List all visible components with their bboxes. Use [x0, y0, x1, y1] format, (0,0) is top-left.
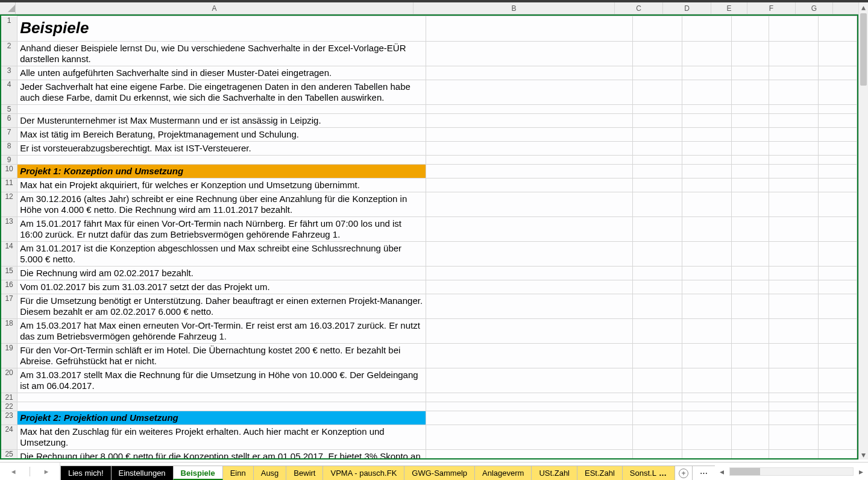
cell-C10[interactable]	[633, 165, 682, 178]
cell-E14[interactable]	[732, 242, 769, 267]
cell-A11[interactable]: Max hat ein Projekt akquiriert, für welc…	[17, 178, 426, 192]
cell-C12[interactable]	[633, 192, 682, 217]
cell-B18[interactable]	[426, 319, 633, 344]
cell-D9[interactable]	[682, 156, 732, 165]
cell-E20[interactable]	[732, 368, 769, 393]
cell-F16[interactable]	[769, 280, 819, 294]
row-header[interactable]: 8	[1, 142, 17, 156]
cell-F23[interactable]	[769, 411, 819, 425]
cell-C22[interactable]	[633, 402, 682, 411]
cell-A4[interactable]: Jeder Sachverhalt hat eine eigene Farbe.…	[17, 80, 426, 105]
cell-G3[interactable]	[819, 66, 857, 80]
cell-C13[interactable]	[633, 217, 682, 242]
cell-A9[interactable]	[17, 156, 426, 165]
cell-B2[interactable]	[426, 42, 633, 66]
cell-G17[interactable]	[819, 294, 857, 319]
column-header-C[interactable]: C	[615, 2, 663, 14]
cell-B4[interactable]	[426, 80, 633, 105]
cell-C19[interactable]	[633, 344, 682, 368]
cell-D24[interactable]	[682, 425, 732, 450]
cell-F14[interactable]	[769, 242, 819, 267]
cell-G2[interactable]	[819, 42, 857, 66]
row-header[interactable]: 23	[1, 411, 17, 425]
cell-F22[interactable]	[769, 402, 819, 411]
scroll-up-button[interactable]: ▴	[859, 2, 868, 12]
select-all-corner[interactable]	[0, 2, 16, 14]
cell-A3[interactable]: Alle unten aufgeführten Sachverhalte sin…	[17, 66, 426, 80]
cell-A15[interactable]: Die Rechnung wird am 02.02.2017 bezahlt.	[17, 267, 426, 280]
cell-D16[interactable]	[682, 280, 732, 294]
cell-E11[interactable]	[732, 178, 769, 192]
cell-B5[interactable]	[426, 105, 633, 114]
cell-E25[interactable]	[732, 450, 769, 458]
cell-E5[interactable]	[732, 105, 769, 114]
cell-B19[interactable]	[426, 344, 633, 368]
cell-G6[interactable]	[819, 114, 857, 128]
cell-F10[interactable]	[769, 165, 819, 178]
cell-C4[interactable]	[633, 80, 682, 105]
cell-D17[interactable]	[682, 294, 732, 319]
cell-A20[interactable]: Am 31.03.2017 stellt Max die Rechnung fü…	[17, 368, 426, 393]
cell-F24[interactable]	[769, 425, 819, 450]
cell-G22[interactable]	[819, 402, 857, 411]
more-tabs-button[interactable]: ⋯	[692, 466, 715, 480]
cell-E1[interactable]	[732, 16, 769, 42]
cell-F4[interactable]	[769, 80, 819, 105]
cell-G25[interactable]	[819, 450, 857, 458]
cell-A2[interactable]: Anhand dieser Beispiele lernst Du, wie D…	[17, 42, 426, 66]
cell-B21[interactable]	[426, 393, 633, 402]
cell-A21[interactable]	[17, 393, 426, 402]
sheet-tab-est-zahl[interactable]: ESt.Zahl	[577, 466, 623, 480]
cell-A24[interactable]: Max hat den Zuschlag für ein weiteres Pr…	[17, 425, 426, 450]
row-header[interactable]: 17	[1, 294, 17, 319]
cell-E19[interactable]	[732, 344, 769, 368]
cell-D1[interactable]	[682, 16, 732, 42]
cell-B24[interactable]	[426, 425, 633, 450]
cell-E24[interactable]	[732, 425, 769, 450]
cell-D21[interactable]	[682, 393, 732, 402]
cell-F11[interactable]	[769, 178, 819, 192]
cell-E15[interactable]	[732, 267, 769, 280]
row-header[interactable]: 2	[1, 42, 17, 66]
sheet-tab-einn[interactable]: Einn	[222, 466, 254, 480]
cell-E8[interactable]	[732, 142, 769, 156]
cell-F7[interactable]	[769, 128, 819, 142]
cell-G8[interactable]	[819, 142, 857, 156]
cell-D13[interactable]	[682, 217, 732, 242]
cell-G18[interactable]	[819, 319, 857, 344]
cell-B13[interactable]	[426, 217, 633, 242]
cell-G21[interactable]	[819, 393, 857, 402]
hscroll-thumb[interactable]	[730, 468, 760, 475]
cell-C20[interactable]	[633, 368, 682, 393]
cell-D22[interactable]	[682, 402, 732, 411]
cell-C9[interactable]	[633, 156, 682, 165]
cell-E21[interactable]	[732, 393, 769, 402]
sheet-tab-beispiele[interactable]: Beispiele	[173, 466, 223, 480]
cell-D12[interactable]	[682, 192, 732, 217]
cell-C7[interactable]	[633, 128, 682, 142]
cell-E16[interactable]	[732, 280, 769, 294]
cell-A13[interactable]: Am 15.01.2017 fährt Max für einen Vor-Or…	[17, 217, 426, 242]
cell-D2[interactable]	[682, 42, 732, 66]
sheet-tab-anlageverm[interactable]: Anlageverm	[474, 466, 532, 480]
cell-B1[interactable]	[426, 16, 633, 42]
cell-C8[interactable]	[633, 142, 682, 156]
cell-E4[interactable]	[732, 80, 769, 105]
cell-A7[interactable]: Max ist tätig im Bereich Beratung, Proje…	[17, 128, 426, 142]
column-header-B[interactable]: B	[414, 2, 615, 14]
cell-F17[interactable]	[769, 294, 819, 319]
cell-B10[interactable]	[426, 165, 633, 178]
cell-A17[interactable]: Für die Umsetzung benötigt er Unterstütz…	[17, 294, 426, 319]
cell-B17[interactable]	[426, 294, 633, 319]
row-header[interactable]: 5	[1, 105, 17, 114]
cell-G23[interactable]	[819, 411, 857, 425]
cell-D14[interactable]	[682, 242, 732, 267]
row-header[interactable]: 13	[1, 217, 17, 242]
cell-E2[interactable]	[732, 42, 769, 66]
cell-C21[interactable]	[633, 393, 682, 402]
cell-C16[interactable]	[633, 280, 682, 294]
cell-D20[interactable]	[682, 368, 732, 393]
row-header[interactable]: 14	[1, 242, 17, 267]
sheet-tab-sonst-l[interactable]: Sonst.L…	[622, 466, 675, 480]
cell-B23[interactable]	[426, 411, 633, 425]
